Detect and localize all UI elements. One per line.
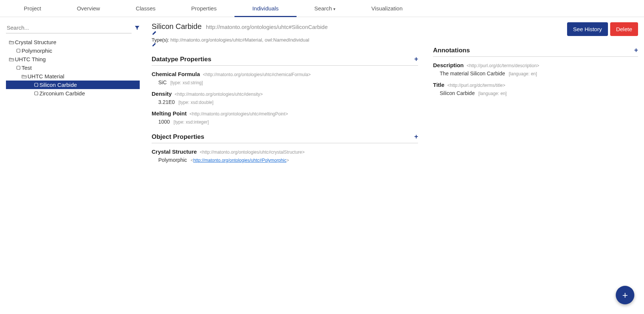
tab-overview[interactable]: Overview	[59, 0, 118, 17]
tree-label: UHTC Thing	[15, 56, 46, 62]
melting-point-meta: [type: xsd:integer]	[174, 120, 209, 125]
density-iri: <http://matonto.org/ontologies/uhtc#dens…	[175, 92, 263, 97]
types-value: http://matonto.org/ontologies/uhtc#Mater…	[171, 37, 310, 43]
density-meta: [type: xsd:double]	[178, 100, 213, 105]
individual-icon	[15, 49, 22, 53]
edit-title-icon[interactable]	[152, 31, 329, 36]
melting-point-label: Melting Point	[152, 110, 187, 117]
svg-rect-3	[35, 92, 38, 95]
edit-types-icon[interactable]	[152, 43, 329, 47]
density-value: 3.21E0	[158, 99, 175, 105]
page-title: Silicon Carbide	[152, 22, 202, 30]
svg-rect-1	[17, 66, 20, 69]
tab-properties[interactable]: Properties	[174, 0, 234, 17]
description-value: The material Silicon Carbide	[440, 71, 505, 76]
tree-item-zirconium-carbide[interactable]: Zirconium Carbide	[6, 89, 140, 98]
description-label: Description	[433, 62, 464, 68]
tree-label: Zirconium Carbide	[39, 90, 85, 97]
tree-item-polymorphic[interactable]: Polymorphic	[6, 46, 140, 55]
tree: Crystal Structure Polymorphic UHTC Thing…	[6, 38, 140, 98]
chemical-formula-meta: [type: xsd:string]	[170, 80, 203, 85]
svg-rect-2	[35, 83, 38, 86]
chemical-formula-iri: <http://matonto.org/ontologies/uhtc#chem…	[203, 72, 311, 77]
tree-item-uhtc-thing[interactable]: UHTC Thing	[6, 55, 140, 63]
search-input[interactable]	[6, 22, 132, 33]
crystal-structure-link-wrap: <http://matonto.org/ontologies/uhtc#Poly…	[191, 158, 289, 163]
main-tabs: Project Overview Classes Properties Indi…	[0, 0, 644, 17]
tab-classes[interactable]: Classes	[118, 0, 173, 17]
page-uri: http://matonto.org/ontologies/uhtc#Silic…	[206, 24, 328, 30]
density-label: Density	[152, 91, 172, 97]
individual-icon	[33, 91, 39, 95]
crystal-structure-prop-iri: <http://matonto.org/ontologies/uhtc#crys…	[200, 150, 305, 155]
tree-item-silicon-carbide[interactable]: Silicon Carbide	[6, 81, 140, 89]
filter-icon[interactable]	[135, 25, 140, 30]
individual-icon	[15, 66, 22, 70]
individual-icon	[33, 83, 39, 87]
tree-item-crystal-structure[interactable]: Crystal Structure	[6, 38, 140, 46]
tree-label: Crystal Structure	[15, 39, 56, 45]
annotations-heading: Annotations	[433, 47, 470, 54]
title-annotation-value: Silicon Carbide	[440, 90, 475, 96]
tab-visualization[interactable]: Visualization	[353, 0, 420, 17]
tree-label: Polymorphic	[22, 48, 52, 54]
crystal-structure-prop-label: Crystal Structure	[152, 148, 197, 155]
tab-project[interactable]: Project	[6, 0, 59, 17]
melting-point-iri: <http://matonto.org/ontologies/uhtc#melt…	[190, 111, 288, 117]
tab-search-label: Search	[314, 5, 332, 12]
folder-open-icon	[21, 74, 27, 79]
description-iri: <http://purl.org/dc/terms/description>	[467, 63, 539, 68]
title-annotation-iri: <http://purl.org/dc/terms/title>	[447, 83, 505, 88]
folder-open-icon	[8, 57, 15, 62]
add-object-property-button[interactable]: +	[414, 133, 418, 141]
types-label: Type(s):	[152, 37, 169, 43]
chemical-formula-label: Chemical Formula	[152, 71, 200, 77]
add-annotation-button[interactable]: +	[634, 46, 638, 54]
melting-point-value: 1000	[158, 119, 170, 125]
svg-rect-0	[17, 49, 20, 52]
tab-search[interactable]: Search▾	[297, 0, 354, 17]
title-annotation-meta: [language: en]	[478, 91, 507, 96]
chevron-down-icon: ▾	[333, 7, 336, 11]
tab-individuals[interactable]: Individuals	[234, 0, 297, 17]
add-datatype-property-button[interactable]: +	[414, 55, 418, 63]
tree-label: Test	[22, 65, 32, 71]
crystal-structure-prop-value: Polymorphic	[158, 157, 187, 163]
title-annotation-label: Title	[433, 82, 444, 88]
tree-label: UHTC Material	[27, 73, 64, 79]
delete-button[interactable]: Delete	[610, 22, 638, 36]
folder-open-icon	[8, 40, 15, 45]
chemical-formula-value: SiC	[158, 79, 167, 85]
polymorphic-link[interactable]: http://matonto.org/ontologies/uhtc#Polym…	[193, 158, 287, 163]
tree-item-test[interactable]: Test	[6, 63, 140, 72]
see-history-button[interactable]: See History	[567, 22, 608, 36]
tree-item-uhtc-material[interactable]: UHTC Material	[6, 72, 140, 81]
datatype-properties-heading: Datatype Properties	[152, 56, 211, 63]
tree-label: Silicon Carbide	[39, 82, 77, 88]
object-properties-heading: Object Properties	[152, 133, 204, 141]
description-meta: [language: en]	[509, 71, 537, 76]
